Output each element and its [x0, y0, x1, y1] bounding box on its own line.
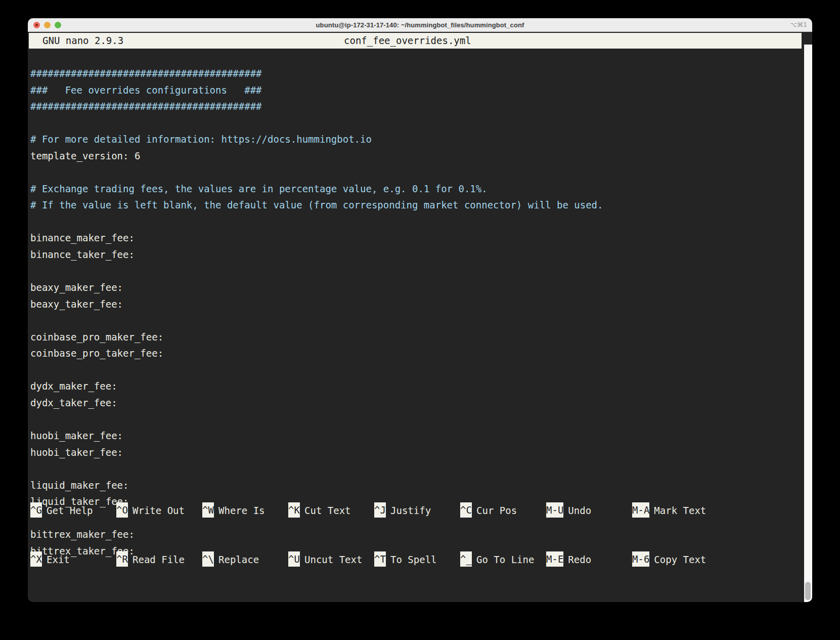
editor-line-key: huobi_taker_fee: [30, 444, 802, 461]
titlebar[interactable]: ubuntu@ip-172-31-17-140: ~/hummingbot_fi… [28, 18, 812, 32]
shortcut-label: Write Out [132, 505, 185, 516]
editor-line-comment: ### Fee overrides configurations ### [30, 82, 802, 99]
shortcut-key: ^G [30, 502, 42, 518]
shortcut-key: ^W [202, 502, 214, 518]
shortcut-copy-text: M-6Copy Text [632, 551, 718, 568]
editor-line-key: huobi_maker_fee: [30, 428, 802, 444]
shortcut-label: Mark Text [654, 505, 706, 516]
scrollbar-thumb[interactable] [805, 582, 811, 600]
tab-keyboard-shortcut: ⌥⌘1 [790, 18, 807, 31]
terminal-window: ubuntu@ip-172-31-17-140: ~/hummingbot_fi… [28, 18, 812, 602]
editor-line-key: dydx_maker_fee: [30, 378, 802, 395]
editor-line-comment: ######################################## [30, 98, 802, 115]
editor-line-blank [30, 263, 802, 280]
shortcut-get-help: ^GGet Help [30, 502, 116, 519]
shortcut-label: Undo [568, 505, 591, 516]
editor-line-key: beaxy_maker_fee: [30, 279, 802, 296]
traffic-lights [33, 18, 61, 31]
nano-version: GNU nano 2.9.3 [42, 33, 123, 49]
minimize-button[interactable] [44, 22, 51, 28]
window-title: ubuntu@ip-172-31-17-140: ~/hummingbot_fi… [28, 21, 812, 29]
shortcut-cur-pos: ^CCur Pos [460, 502, 546, 519]
shortcut-key: ^_ [460, 551, 472, 567]
editor-line-blank [30, 164, 802, 181]
shortcut-key: ^X [30, 551, 42, 567]
shortcut-label: Justify [390, 505, 431, 516]
shortcut-redo: M-ERedo [546, 551, 632, 568]
shortcut-key: M-E [546, 551, 563, 567]
editor-line-blank [30, 411, 802, 428]
editor-line-key: binance_taker_fee: [30, 246, 802, 263]
shortcut-uncut-text: ^UUncut Text [288, 551, 374, 568]
shortcut-key: ^C [460, 502, 472, 518]
shortcut-label: Replace [218, 554, 259, 565]
zoom-button[interactable] [55, 22, 61, 28]
editor-line-blank [30, 115, 802, 132]
editor-line-key: coinbase_pro_taker_fee: [30, 345, 802, 362]
shortcut-key: ^K [288, 502, 300, 518]
terminal-content[interactable]: GNU nano 2.9.3 conf_fee_overrides.yml ##… [28, 31, 812, 602]
shortcut-write-out: ^OWrite Out [116, 502, 202, 519]
editor-line-blank [30, 362, 802, 378]
shortcut-key: ^O [116, 502, 128, 518]
footer-row-1: ^GGet Help^OWrite Out^WWhere Is^KCut Tex… [30, 502, 802, 519]
editor-line-key: template_version: 6 [30, 148, 802, 164]
shortcut-label: Cur Pos [476, 505, 517, 516]
editor-line-comment: # For more detailed information: https:/… [30, 131, 802, 148]
shortcut-read-file: ^RRead File [116, 551, 202, 568]
shortcut-key: ^U [288, 551, 300, 567]
shortcut-mark-text: M-AMark Text [632, 502, 718, 519]
shortcut-cut-text: ^KCut Text [288, 502, 374, 519]
shortcut-label: To Spell [390, 554, 437, 565]
shortcut-undo: M-UUndo [546, 502, 632, 519]
desktop: { "window": { "title": "ubuntu@ip-172-31… [0, 0, 840, 640]
shortcut-key: M-A [632, 502, 649, 518]
shortcut-label: Cut Text [304, 505, 351, 516]
editor-line-comment: # Exchange trading fees, the values are … [30, 181, 802, 197]
editor-line-key: coinbase_pro_maker_fee: [30, 329, 802, 346]
editor-line-key: binance_maker_fee: [30, 230, 802, 246]
shortcut-replace: ^\Replace [202, 551, 288, 568]
close-dot-icon [35, 24, 38, 26]
shortcut-key: ^\ [202, 551, 214, 567]
shortcut-label: Uncut Text [304, 554, 362, 565]
shortcut-exit: ^XExit [30, 551, 116, 568]
editor-line-comment: # If the value is left blank, the defaul… [30, 197, 802, 214]
footer-row-2: ^XExit^RRead File^\Replace^UUncut Text^T… [30, 551, 802, 568]
close-button[interactable] [33, 22, 40, 28]
shortcut-label: Exit [47, 554, 70, 565]
nano-header-bar: GNU nano 2.9.3 conf_fee_overrides.yml [29, 33, 802, 49]
editor-line-comment: ######################################## [30, 65, 802, 82]
shortcut-where-is: ^WWhere Is [202, 502, 288, 519]
nano-filename: conf_fee_overrides.yml [344, 33, 471, 49]
shortcut-go-to-line: ^_Go To Line [460, 551, 546, 568]
editor-line-key: beaxy_taker_fee: [30, 296, 802, 313]
shortcut-label: Get Help [47, 505, 93, 516]
shortcut-justify: ^JJustify [374, 502, 460, 519]
editor-line-blank [30, 214, 802, 230]
editor-line-blank [30, 312, 802, 329]
shortcut-key: ^R [116, 551, 128, 567]
scrollbar-track[interactable] [804, 45, 812, 602]
shortcut-key: M-U [546, 502, 563, 518]
shortcut-to-spell: ^TTo Spell [374, 551, 460, 568]
shortcut-label: Redo [568, 554, 591, 565]
shortcut-label: Copy Text [654, 554, 706, 565]
editor-line-key: dydx_taker_fee: [30, 395, 802, 411]
shortcut-label: Where Is [218, 505, 265, 516]
shortcut-key: ^T [374, 551, 386, 567]
shortcut-key: M-6 [632, 551, 649, 567]
shortcut-label: Read File [132, 554, 185, 565]
shortcut-label: Go To Line [476, 554, 534, 565]
shortcut-key: ^J [374, 502, 386, 518]
nano-shortcut-bar: ^GGet Help^OWrite Out^WWhere Is^KCut Tex… [30, 470, 802, 601]
